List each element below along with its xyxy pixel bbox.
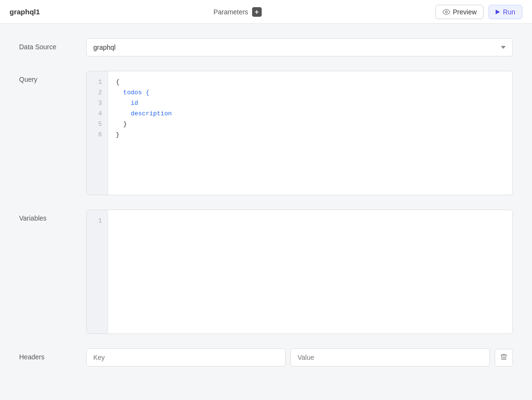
datasource-select[interactable]: graphql xyxy=(86,38,513,56)
variables-code xyxy=(108,210,512,333)
variables-line-number-1: 1 xyxy=(87,216,108,226)
line-number-5: 5 xyxy=(87,119,108,130)
chevron-down-icon xyxy=(501,46,506,49)
headers-key-input[interactable] xyxy=(86,348,286,367)
query-editor[interactable]: 1 2 3 4 5 6 { todos { id description } } xyxy=(86,71,513,195)
topbar: graphql1 Parameters + Preview Run xyxy=(0,0,532,24)
run-button[interactable]: Run xyxy=(488,5,522,19)
variables-label: Variables xyxy=(19,210,86,222)
headers-value-input[interactable] xyxy=(290,348,490,367)
preview-label: Preview xyxy=(453,8,477,16)
eye-icon xyxy=(443,8,450,16)
parameters-label: Parameters xyxy=(213,8,248,16)
line-number-3: 3 xyxy=(87,98,108,109)
query-code: { todos { id description } } xyxy=(108,71,512,195)
run-label: Run xyxy=(503,8,515,16)
headers-label: Headers xyxy=(19,348,86,361)
line-number-2: 2 xyxy=(87,88,108,98)
query-content: 1 2 3 4 5 6 { todos { id description } } xyxy=(86,71,513,195)
query-section: Query 1 2 3 4 5 6 { todos { id descripti… xyxy=(19,71,513,195)
headers-section: Headers xyxy=(19,348,513,367)
variables-content: 1 xyxy=(86,210,513,334)
trash-icon xyxy=(500,353,508,362)
add-parameter-button[interactable]: + xyxy=(252,7,262,17)
headers-row xyxy=(86,348,513,367)
play-icon xyxy=(496,10,500,14)
datasource-label: Data Source xyxy=(19,38,86,51)
app-title: graphql1 xyxy=(10,8,40,16)
datasource-section: Data Source graphql xyxy=(19,38,513,56)
parameters-area: Parameters + xyxy=(213,7,261,17)
line-number-6: 6 xyxy=(87,130,108,140)
query-label: Query xyxy=(19,71,86,83)
variables-editor[interactable]: 1 xyxy=(86,210,513,334)
variables-section: Variables 1 xyxy=(19,210,513,334)
line-number-4: 4 xyxy=(87,109,108,119)
headers-content xyxy=(86,348,513,367)
action-buttons: Preview Run xyxy=(435,5,522,19)
line-number-1: 1 xyxy=(87,77,108,88)
line-numbers: 1 2 3 4 5 6 xyxy=(87,71,108,195)
delete-header-button[interactable] xyxy=(495,349,513,367)
svg-point-0 xyxy=(445,11,447,13)
datasource-value: graphql xyxy=(93,44,116,51)
main-content: Data Source graphql Query 1 2 3 4 5 6 { … xyxy=(0,24,532,400)
variables-line-numbers: 1 xyxy=(87,210,108,333)
preview-button[interactable]: Preview xyxy=(435,5,484,19)
datasource-content: graphql xyxy=(86,38,513,56)
